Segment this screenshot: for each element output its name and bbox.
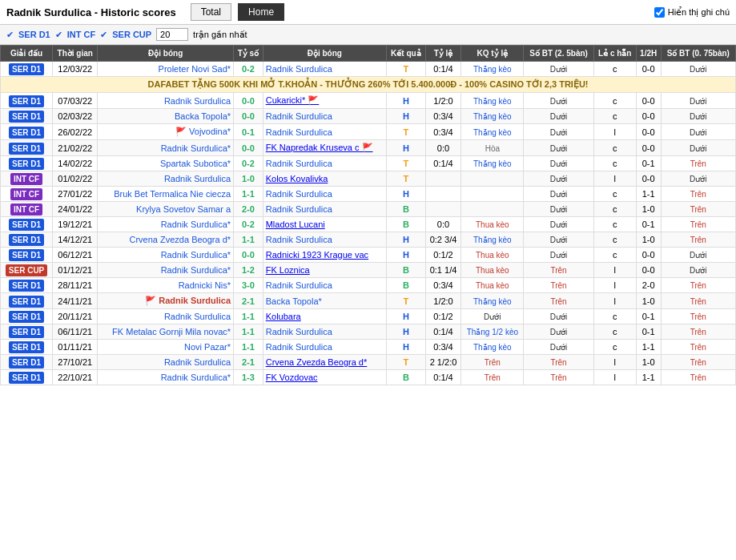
team1[interactable]: Radnik Surdulica* [98,140,234,156]
hien-thi-checkbox[interactable] [654,7,665,18]
so-bt-25: Dưới [524,202,593,217]
team2[interactable]: Radnik Surdulica [263,109,386,124]
so-bt-25: Dưới [524,124,593,140]
team1[interactable]: 🚩 Radnik Surdulica [98,293,234,309]
match-score: 2-1 [234,355,263,370]
so-bt-25: Dưới [524,309,593,324]
ket-qua: B [386,202,425,217]
le-c-han: c [593,324,636,340]
ket-qua: B [386,370,425,385]
team2[interactable]: Cukaricki* 🚩 [263,93,386,109]
ket-qua: B [386,278,425,293]
le-c-han: l [593,293,636,309]
team1[interactable]: Radnik Surdulica [98,355,234,370]
team2[interactable]: Kolos Kovalivka [263,171,386,187]
match-score: 1-1 [234,232,263,248]
match-date: 24/11/21 [53,293,98,309]
team1[interactable]: Radnik Surdulica [98,171,234,187]
so-bt-075: Trên [661,156,735,171]
team1[interactable]: Proleter Novi Sad* [98,62,234,77]
team1[interactable]: Radnik Surdulica* [98,263,234,278]
team2[interactable]: Crvena Zvezda Beogra d* [263,355,386,370]
so-bt-075: Dưới [661,93,735,109]
team2[interactable]: Radnik Surdulica [263,340,386,355]
le-c-han: c [593,309,636,324]
ty-le: 1/2:0 [425,293,461,309]
half-score: 0-1 [636,217,661,232]
tran-label: trận gần nhất [193,30,247,40]
match-date: 22/10/21 [53,370,98,385]
team2[interactable]: Kolubara [263,309,386,324]
tab-total[interactable]: Total [191,3,231,21]
match-date: 28/11/21 [53,278,98,293]
ty-le: 0:1 1/4 [425,263,461,278]
league-badge: SER D1 [9,63,44,75]
team2[interactable]: Radnik Surdulica [263,156,386,171]
check-icon-sercup: ✔ [100,30,107,40]
ty-le: 0:1/4 [425,324,461,340]
match-date: 24/01/22 [53,202,98,217]
ty-le [425,187,461,202]
team1[interactable]: Backa Topola* [98,109,234,124]
team1[interactable]: Novi Pazar* [98,340,234,355]
table-row: SER D127/10/21Radnik Surdulica2-1Crvena … [1,355,736,370]
check-icon-serd1: ✔ [6,30,14,40]
team1[interactable]: 🚩 Vojvodina* [98,124,234,140]
team1[interactable]: Radnik Surdulica* [98,248,234,263]
league-badge: SER D1 [9,95,44,107]
team2[interactable]: Backa Topola* [263,293,386,309]
ket-qua: H [386,248,425,263]
team1[interactable]: Radnik Surdulica* [98,370,234,385]
league-badge: SER D1 [9,341,44,353]
team1[interactable]: Radnik Surdulica [98,93,234,109]
team1[interactable]: Krylya Sovetov Samar a [98,202,234,217]
ket-qua: T [386,156,425,171]
ad-row[interactable]: DAFABET TẶNG 500K KHI MỞ T.KHOẢN - THƯỞN… [1,77,736,93]
ad-text[interactable]: DAFABET TẶNG 500K KHI MỞ T.KHOẢN - THƯỞN… [1,77,736,93]
table-row: SER D128/11/21Radnicki Nis*3-0Radnik Sur… [1,278,736,293]
league-badge: SER D1 [9,311,44,323]
team2[interactable]: Mladost Lucani [263,217,386,232]
so-bt-075: Trên [661,340,735,355]
kq-ty-le: Trên [461,370,524,385]
kq-ty-le: Hòa [461,140,524,156]
team2[interactable]: FK Napredak Kruseva c 🚩 [263,140,386,156]
num-input[interactable] [156,28,188,41]
match-score: 0-2 [234,62,263,77]
team1[interactable]: Crvena Zvezda Beogra d* [98,232,234,248]
league-badge: SER D1 [9,280,44,292]
tab-home[interactable]: Home [238,3,284,21]
team1[interactable]: Radnicki Nis* [98,278,234,293]
team2[interactable]: Radnik Surdulica [263,324,386,340]
league-badge: INT CF [10,188,42,200]
team1[interactable]: Radnik Surdulica [98,309,234,324]
team2[interactable]: Radnik Surdulica [263,232,386,248]
team2[interactable]: Radnicki 1923 Krague vac [263,248,386,263]
team2[interactable]: Radnik Surdulica [263,187,386,202]
col-giai-dau: Giải đấu [1,46,53,62]
team1[interactable]: Radnik Surdulica* [98,217,234,232]
team2[interactable]: FK Vozdovac [263,370,386,385]
team1[interactable]: Spartak Subotica* [98,156,234,171]
header-bar: Radnik Surdulica - Historic scores Total… [0,0,736,25]
match-score: 0-1 [234,124,263,140]
team2[interactable]: FK Loznica [263,263,386,278]
table-row: SER D122/10/21Radnik Surdulica*1-3FK Voz… [1,370,736,385]
so-bt-075: Trên [661,232,735,248]
team1[interactable]: FK Metalac Gornji Mila novac* [98,324,234,340]
kq-ty-le: Thắng kèo [461,109,524,124]
team1[interactable]: Bruk Bet Termalica Nie ciecza [98,187,234,202]
table-row: SER D126/02/22🚩 Vojvodina*0-1Radnik Surd… [1,124,736,140]
team2[interactable]: Radnik Surdulica [263,278,386,293]
ty-le [425,202,461,217]
match-score: 1-1 [234,324,263,340]
le-c-han: c [593,109,636,124]
team2[interactable]: Radnik Surdulica [263,62,386,77]
match-score: 2-1 [234,293,263,309]
le-c-han: c [593,217,636,232]
filter-intcf-label: INT CF [67,30,95,39]
so-bt-25: Dưới [524,93,593,109]
ket-qua: T [386,124,425,140]
team2[interactable]: Radnik Surdulica [263,202,386,217]
team2[interactable]: Radnik Surdulica [263,124,386,140]
